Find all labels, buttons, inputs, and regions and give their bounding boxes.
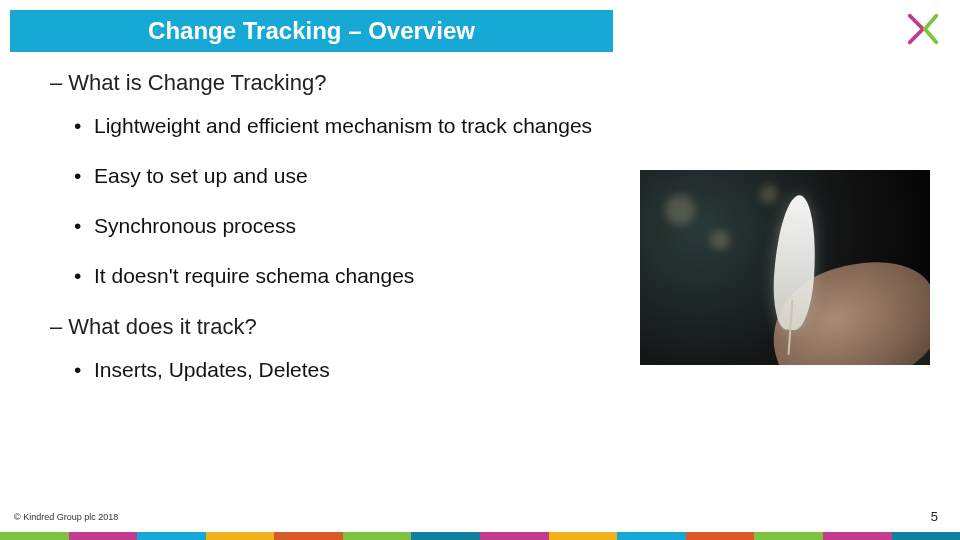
decorative-image <box>640 170 930 365</box>
svg-line-2 <box>925 16 936 29</box>
strip-segment <box>480 532 549 540</box>
strip-segment <box>137 532 206 540</box>
list-item: Lightweight and efficient mechanism to t… <box>94 114 920 138</box>
copyright-text: © Kindred Group plc 2018 <box>14 512 118 522</box>
strip-segment <box>411 532 480 540</box>
strip-segment <box>686 532 755 540</box>
page-number: 5 <box>931 509 938 524</box>
title-bar: Change Tracking – Overview <box>10 10 613 52</box>
strip-segment <box>823 532 892 540</box>
strip-segment <box>0 532 69 540</box>
slide-title: Change Tracking – Overview <box>148 17 475 45</box>
svg-line-3 <box>925 29 936 42</box>
strip-segment <box>343 532 412 540</box>
brand-color-strip <box>0 532 960 540</box>
strip-segment <box>754 532 823 540</box>
strip-segment <box>892 532 960 540</box>
svg-line-1 <box>910 29 923 42</box>
strip-segment <box>274 532 343 540</box>
slide: Change Tracking – Overview – What is Cha… <box>0 0 960 540</box>
strip-segment <box>206 532 275 540</box>
svg-line-0 <box>910 16 923 29</box>
kindred-logo-icon <box>904 10 942 48</box>
strip-segment <box>617 532 686 540</box>
strip-segment <box>69 532 138 540</box>
strip-segment <box>549 532 618 540</box>
section-heading: – What is Change Tracking? <box>50 70 920 96</box>
